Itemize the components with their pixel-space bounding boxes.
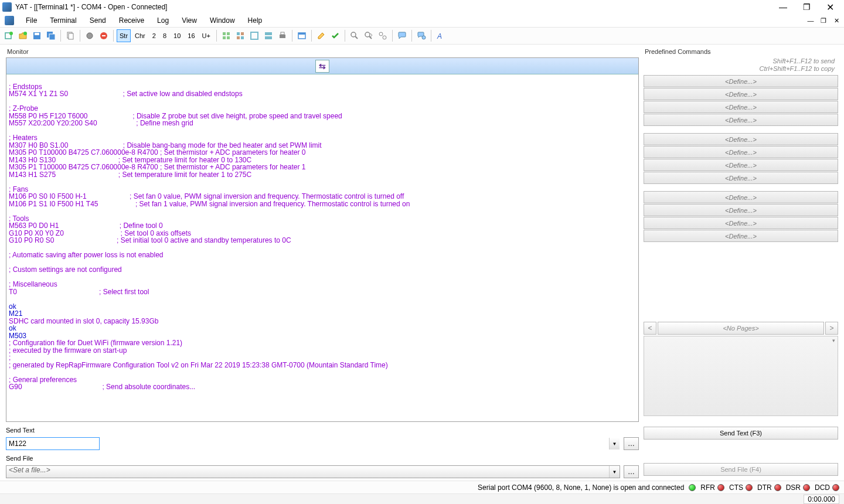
status-dsr: DSR <box>785 483 811 492</box>
radix-str-button[interactable]: Str <box>117 29 131 42</box>
record-icon[interactable] <box>83 29 96 42</box>
svg-text:A: A <box>437 32 442 40</box>
send-text-more-button[interactable]: … <box>624 437 639 450</box>
define-button-11[interactable]: <Define...> <box>644 217 838 229</box>
define-button-2[interactable]: <Define...> <box>644 88 838 100</box>
tb-grid1-icon[interactable] <box>220 29 233 42</box>
titlebar: YAT - [[Terminal1 *] - COM4 - Open - Con… <box>0 0 844 14</box>
menu-window[interactable]: Window <box>204 15 241 26</box>
bubble1-icon[interactable] <box>396 29 409 42</box>
print-icon[interactable] <box>276 29 289 42</box>
tb-grid4-icon[interactable] <box>262 29 275 42</box>
menu-receive[interactable]: Receive <box>113 15 150 26</box>
led-red-icon <box>774 484 781 491</box>
svg-rect-11 <box>102 35 106 36</box>
menu-view[interactable]: View <box>176 15 203 26</box>
led-red-icon <box>746 484 753 491</box>
svg-rect-6 <box>49 34 55 40</box>
tb-grid2-icon[interactable] <box>234 29 247 42</box>
app-icon <box>2 2 12 12</box>
send-text-label: Send Text <box>6 425 639 435</box>
svg-rect-24 <box>281 32 284 35</box>
svg-point-9 <box>87 33 93 39</box>
main-area: Monitor ⇆ ; EndstopsM574 X1 Y1 Z1 S0 ; S… <box>0 45 844 481</box>
define-button-3[interactable]: <Define...> <box>644 101 838 113</box>
define-button-9[interactable]: <Define...> <box>644 191 838 203</box>
mdi-minimize-button[interactable]: — <box>805 15 816 26</box>
led-red-icon <box>803 484 810 491</box>
pager-no-pages: <No Pages> <box>658 322 824 335</box>
save-all-icon[interactable] <box>45 29 57 42</box>
menu-log[interactable]: Log <box>151 15 175 26</box>
radix-8-button[interactable]: 8 <box>160 29 169 42</box>
menubar: File Terminal Send Receive Log View Wind… <box>0 14 844 27</box>
mdi-restore-button[interactable]: ❐ <box>818 15 829 26</box>
svg-rect-26 <box>298 33 305 35</box>
app-icon-small <box>5 16 14 25</box>
timebar: 0:00.000 <box>0 493 844 504</box>
tb-grid3-icon[interactable] <box>248 29 261 42</box>
define-button-4[interactable]: <Define...> <box>644 114 838 126</box>
monitor-panel: ⇆ ; EndstopsM574 X1 Y1 Z1 S0 ; Set activ… <box>6 57 639 422</box>
toolbar: Str Chr 2 8 10 16 U+ A <box>0 27 844 45</box>
menu-help[interactable]: Help <box>242 15 268 26</box>
status-rfr: RFR <box>699 483 726 492</box>
svg-rect-23 <box>280 35 285 38</box>
pager-prev-button[interactable]: < <box>644 322 656 335</box>
monitor-output-wrap: ; EndstopsM574 X1 Y1 Z1 S0 ; Set active … <box>6 74 638 421</box>
send-file-label: Send File <box>6 454 639 463</box>
save-icon[interactable] <box>30 29 43 42</box>
pager-dropdown[interactable] <box>644 336 838 417</box>
right-pane: Predefined Commands Shift+F1..F12 to sen… <box>641 45 844 481</box>
swap-icon[interactable]: ⇆ <box>315 60 329 73</box>
menu-terminal[interactable]: Terminal <box>44 15 82 26</box>
send-file-dropdown-icon[interactable]: ▼ <box>609 466 620 478</box>
radix-2-button[interactable]: 2 <box>149 29 159 42</box>
radix-uplus-button[interactable]: U+ <box>199 29 213 42</box>
bubble2-icon[interactable] <box>415 29 428 42</box>
mdi-close-button[interactable]: ✕ <box>831 15 842 26</box>
svg-rect-20 <box>251 32 258 39</box>
svg-rect-14 <box>223 36 226 39</box>
check-icon[interactable] <box>329 29 342 42</box>
radix-16-button[interactable]: 16 <box>185 29 198 42</box>
maximize-button[interactable]: ❐ <box>795 0 818 14</box>
svg-point-31 <box>383 36 386 39</box>
menu-file[interactable]: File <box>20 15 43 26</box>
send-file-input[interactable]: <Set a file...> <box>6 465 620 478</box>
new-terminal-icon[interactable] <box>2 29 15 42</box>
svg-rect-15 <box>227 36 230 39</box>
define-button-1[interactable]: <Define...> <box>644 75 838 87</box>
minimize-button[interactable]: — <box>771 0 795 14</box>
send-text-button[interactable]: Send Text (F3) <box>644 427 838 440</box>
define-button-5[interactable]: <Define...> <box>644 133 838 145</box>
close-button[interactable]: ✕ <box>818 0 842 14</box>
tb-window-icon[interactable] <box>295 29 308 42</box>
find-next-icon[interactable] <box>362 29 375 42</box>
radix-chr-button[interactable]: Chr <box>132 29 148 42</box>
define-button-6[interactable]: <Define...> <box>644 146 838 158</box>
open-terminal-icon[interactable] <box>16 29 29 42</box>
font-icon[interactable]: A <box>434 29 447 42</box>
pager-next-button[interactable]: > <box>825 322 838 335</box>
menu-send[interactable]: Send <box>84 15 112 26</box>
stop-icon[interactable] <box>97 29 110 42</box>
define-button-10[interactable]: <Define...> <box>644 204 838 216</box>
edit-icon[interactable] <box>315 29 328 42</box>
send-file-button[interactable]: Send File (F4) <box>644 463 838 476</box>
define-button-7[interactable]: <Define...> <box>644 159 838 171</box>
find-icon[interactable] <box>348 29 361 42</box>
define-button-8[interactable]: <Define...> <box>644 172 838 184</box>
monitor-output[interactable]: ; EndstopsM574 X1 Y1 Z1 S0 ; Set active … <box>6 74 638 421</box>
svg-rect-4 <box>35 33 39 35</box>
status-text: Serial port COM4 (9600, 8, None, 1, None… <box>478 483 684 492</box>
find-all-icon[interactable] <box>376 29 389 42</box>
send-file-browse-button[interactable]: … <box>624 465 639 478</box>
status-dcd: DCD <box>814 483 840 492</box>
radix-10-button[interactable]: 10 <box>171 29 183 42</box>
predefined-label: Predefined Commands <box>644 47 838 57</box>
define-button-12[interactable]: <Define...> <box>644 230 838 242</box>
send-text-input[interactable] <box>6 437 100 450</box>
copy-icon[interactable] <box>64 29 77 42</box>
send-text-dropdown-icon[interactable]: ▼ <box>609 438 620 449</box>
